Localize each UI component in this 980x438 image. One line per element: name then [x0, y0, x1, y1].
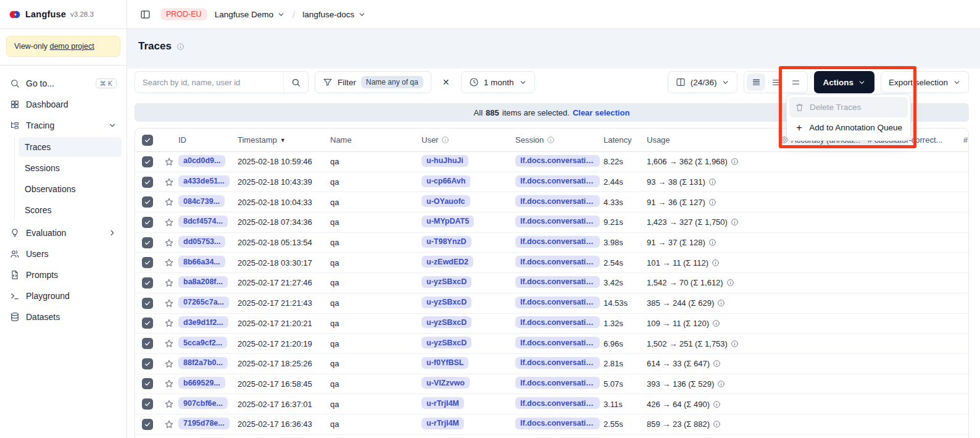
sidebar-item-sessions[interactable]: Sessions	[19, 158, 122, 178]
search-icon[interactable]	[283, 72, 308, 93]
row-checkbox[interactable]	[142, 177, 153, 188]
sidebar-item-prompts[interactable]: Prompts	[5, 264, 122, 285]
star-icon[interactable]	[164, 197, 174, 207]
trace-id-badge[interactable]: dd05753...	[178, 236, 225, 248]
star-icon[interactable]	[164, 399, 174, 409]
trace-id-badge[interactable]: 8dcf4574...	[178, 216, 228, 227]
row-checkbox[interactable]	[142, 398, 153, 410]
table-row[interactable]: 5cca9cf2...2025-02-17 21:20:19qau-yzSBxc…	[135, 334, 968, 354]
sidebar-item-users[interactable]: Users	[5, 243, 122, 264]
star-icon[interactable]	[164, 359, 174, 369]
clear-filter-icon[interactable]: ✕	[438, 74, 455, 91]
row-height-large-icon[interactable]	[786, 74, 805, 91]
info-icon[interactable]	[713, 420, 721, 428]
export-selection-button[interactable]: Export selection	[881, 71, 969, 93]
row-checkbox[interactable]	[142, 277, 153, 288]
table-row[interactable]: a0cd0d9...2025-02-18 10:59:46qau-huJhuJi…	[135, 152, 968, 172]
info-icon[interactable]	[713, 360, 721, 368]
info-icon[interactable]	[713, 400, 721, 408]
sidebar-item-dashboard[interactable]: Dashboard	[5, 94, 122, 115]
header-usage[interactable]: Usage	[647, 135, 780, 145]
table-row[interactable]: ba8a208f...2025-02-17 21:27:46qau-yzSBxc…	[135, 273, 968, 293]
session-badge[interactable]: lf.docs.conversation...	[515, 357, 600, 369]
star-icon[interactable]	[164, 177, 174, 187]
table-row[interactable]: 8dcf4574...2025-02-18 07:34:36qau-MYpDAT…	[135, 213, 968, 233]
table-row[interactable]: 084c739...2025-02-18 10:04:33qau-OYauofc…	[135, 192, 968, 213]
table-row[interactable]: a433de51...2025-02-18 10:43:39qau-cp66Av…	[135, 172, 968, 193]
user-badge[interactable]: u-MYpDAT5	[421, 216, 474, 227]
sidebar-item-evaluation[interactable]: Evaluation	[5, 222, 122, 243]
info-icon[interactable]	[731, 218, 739, 226]
user-badge[interactable]: u-f0YfBSL	[421, 357, 468, 369]
sidebar-item-observations[interactable]: Observations	[19, 179, 122, 199]
info-icon[interactable]	[712, 319, 720, 327]
star-icon[interactable]	[164, 238, 174, 248]
user-badge[interactable]: u-yzSBxcD	[421, 297, 471, 308]
user-badge[interactable]: u-zEwdED2	[421, 256, 473, 267]
actions-button[interactable]: Actions	[814, 71, 874, 93]
star-icon[interactable]	[164, 339, 174, 348]
trace-id-badge[interactable]: d3e9d1f2...	[178, 316, 228, 328]
star-icon[interactable]	[164, 318, 174, 328]
trace-id-badge[interactable]: 8b66a34...	[178, 256, 225, 267]
sidebar-item-datasets[interactable]: Datasets	[5, 306, 122, 327]
user-badge[interactable]: u-VIZzvwo	[421, 377, 470, 389]
org-switcher[interactable]: Langfuse Demo	[215, 10, 285, 19]
info-icon[interactable]	[712, 259, 720, 267]
star-icon[interactable]	[164, 298, 174, 308]
search-input[interactable]	[135, 72, 283, 93]
table-row[interactable]: b669529...2025-02-17 16:58:45qau-VIZzvwo…	[135, 374, 968, 395]
session-badge[interactable]: lf.docs.conversation...	[515, 397, 600, 409]
sidebar-item-tracing[interactable]: Tracing	[5, 115, 122, 136]
header-user[interactable]: User	[421, 135, 515, 145]
info-icon[interactable]	[708, 198, 716, 206]
star-icon[interactable]	[164, 217, 174, 227]
user-badge[interactable]: u-rTrjI4M	[421, 418, 464, 429]
session-badge[interactable]: lf.docs.conversation...	[515, 276, 600, 288]
session-badge[interactable]: lf.docs.conversation...	[515, 377, 600, 389]
session-badge[interactable]: lf.docs.conversation...	[515, 155, 600, 167]
user-badge[interactable]: u-cp66Avh	[421, 175, 470, 187]
row-checkbox[interactable]	[142, 217, 153, 228]
trace-id-badge[interactable]: 5cca9cf2...	[178, 337, 227, 348]
row-checkbox[interactable]	[142, 419, 153, 430]
trace-id-badge[interactable]: b669529...	[178, 377, 225, 389]
row-checkbox[interactable]	[142, 237, 153, 248]
select-all-checkbox[interactable]	[142, 135, 153, 146]
star-icon[interactable]	[164, 258, 174, 267]
row-checkbox[interactable]	[142, 318, 153, 329]
star-icon[interactable]	[164, 379, 174, 389]
table-row[interactable]: 88f2a7b0...2025-02-17 18:25:26qau-f0YfBS…	[135, 354, 968, 374]
session-badge[interactable]: lf.docs.conversation...	[515, 195, 600, 207]
table-row[interactable]: 907cbf6e...2025-02-17 16:37:01qau-rTrjI4…	[135, 394, 968, 415]
session-badge[interactable]: lf.docs.conversation...	[515, 337, 600, 348]
star-icon[interactable]	[164, 278, 174, 288]
sidebar-item-traces[interactable]: Traces	[19, 137, 122, 157]
info-icon[interactable]	[717, 299, 725, 307]
session-badge[interactable]: lf.docs.conversation...	[515, 297, 600, 308]
session-badge[interactable]: lf.docs.conversation...	[515, 316, 600, 328]
trace-id-badge[interactable]: 084c739...	[178, 195, 225, 207]
user-badge[interactable]: u-OYauofc	[421, 195, 470, 207]
info-icon[interactable]	[731, 158, 739, 166]
row-height-medium-icon[interactable]	[766, 74, 785, 91]
row-checkbox[interactable]	[142, 298, 153, 309]
info-icon[interactable]	[708, 178, 716, 186]
project-switcher[interactable]: langfuse-docs	[302, 10, 366, 19]
trace-id-badge[interactable]: a0cd0d9...	[178, 155, 225, 167]
table-row[interactable]: dd05753...2025-02-18 05:13:54qau-T98YnzD…	[135, 233, 968, 253]
info-icon[interactable]	[717, 380, 725, 388]
menu-item-add-to-annotation-queue[interactable]: +Add to Annotation Queue	[789, 117, 908, 138]
table-row[interactable]: d3e9d1f2...2025-02-17 21:20:21qau-yzSBxc…	[135, 314, 968, 334]
session-badge[interactable]: lf.docs.conversation...	[515, 418, 600, 429]
header-timestamp[interactable]: Timestamp▼	[238, 135, 330, 145]
header-name[interactable]: Name	[330, 135, 421, 145]
header-latency[interactable]: Latency	[604, 135, 647, 145]
user-badge[interactable]: u-yzSBxcD	[421, 316, 471, 328]
info-icon[interactable]	[708, 238, 716, 246]
session-badge[interactable]: lf.docs.conversation...	[515, 216, 600, 227]
trace-id-badge[interactable]: 907cbf6e...	[178, 397, 228, 409]
row-checkbox[interactable]	[142, 257, 153, 268]
sidebar-item-goto[interactable]: Go to...⌘ K	[5, 73, 122, 94]
table-row[interactable]: 8b66a34...2025-02-18 03:30:17qau-zEwdED2…	[135, 253, 968, 273]
